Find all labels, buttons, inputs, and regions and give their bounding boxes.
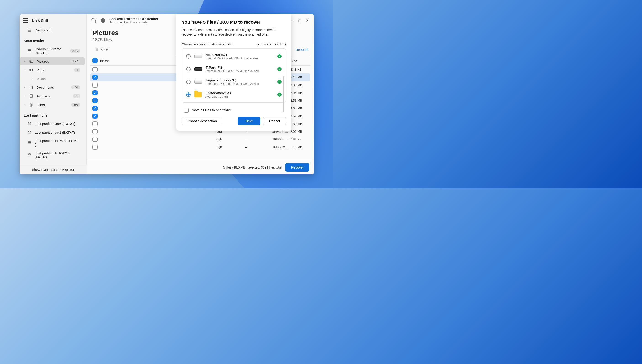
cell-size: 5.17 MB bbox=[290, 76, 308, 79]
sidebar-item-pictures[interactable]: › Pictures 1.9K bbox=[20, 57, 85, 66]
destination-radio[interactable] bbox=[186, 54, 191, 58]
reset-all-button[interactable]: Reset all bbox=[296, 48, 308, 52]
sidebar-label: Other bbox=[37, 103, 68, 107]
cell-date-modified: – bbox=[245, 138, 273, 141]
main-content: ✓ SanDisk Extreme PRO Reader Scan comple… bbox=[87, 14, 314, 174]
table-row[interactable]: High–JPEG Im...1.40 MB bbox=[90, 143, 310, 151]
destination-option[interactable]: E:\Recover-filesAvailable 390 GB bbox=[182, 88, 286, 101]
sidebar-item-audio[interactable]: ♪ Audio bbox=[20, 74, 85, 83]
chevron-right-icon: › bbox=[24, 60, 26, 63]
cell-size: 2.95 MB bbox=[290, 91, 308, 95]
row-checkbox[interactable] bbox=[93, 137, 98, 142]
sidebar-item-dashboard[interactable]: Dashboard bbox=[20, 26, 85, 34]
choose-folder-label: Choose recovery destination folder bbox=[182, 42, 233, 46]
sidebar-item-video[interactable]: › Video 1 bbox=[20, 66, 85, 74]
destination-desc: Internal 97.6 GB disk • 38.4 GB availabl… bbox=[206, 82, 274, 86]
svg-rect-7 bbox=[29, 31, 30, 32]
save-one-folder-label: Save all files to one folder bbox=[192, 108, 231, 112]
sidebar-item-device[interactable]: SanDisk Extreme PRO R... 3.4K bbox=[20, 45, 85, 57]
check-ok-icon bbox=[278, 54, 282, 58]
row-checkbox[interactable] bbox=[93, 67, 98, 72]
cell-type: JPEG Im... bbox=[273, 138, 290, 141]
destination-radio[interactable] bbox=[186, 67, 191, 72]
destination-radio[interactable] bbox=[186, 80, 191, 84]
sidebar-item-lost-partition[interactable]: Lost partition NEW VOLUME (... bbox=[20, 137, 85, 149]
cell-size: 3.85 MB bbox=[290, 83, 308, 87]
drive-icon bbox=[194, 80, 202, 84]
choose-destination-button[interactable]: Choose destination bbox=[182, 117, 223, 125]
cell-date-modified: – bbox=[245, 145, 273, 149]
sidebar-item-lost-partition[interactable]: Lost partition art1 (EXFAT) bbox=[20, 128, 85, 136]
device-title: SanDisk Extreme PRO Reader bbox=[109, 17, 182, 21]
devices-available-label: (5 devices available) bbox=[256, 42, 286, 46]
sidebar-item-archives[interactable]: › Archives 72 bbox=[20, 92, 85, 100]
save-one-folder-checkbox[interactable] bbox=[184, 108, 189, 113]
cell-size: 7.88 KB bbox=[290, 138, 308, 141]
sidebar-label: Dashboard bbox=[35, 28, 80, 32]
svg-rect-6 bbox=[28, 31, 29, 32]
svg-rect-3 bbox=[28, 30, 29, 30]
table-row[interactable]: High–JPEG Im...7.88 KB bbox=[90, 136, 310, 143]
cell-size: 1.89 MB bbox=[290, 122, 308, 126]
cancel-button[interactable]: Cancel bbox=[263, 117, 286, 125]
row-checkbox[interactable] bbox=[93, 98, 98, 103]
sidebar-item-other[interactable]: › Other 895 bbox=[20, 100, 85, 109]
sidebar-item-lost-partition[interactable]: Lost partition Joel (EXFAT) bbox=[20, 120, 85, 128]
sidebar-item-lost-partition[interactable]: Lost partition PHOTOS (FAT32) bbox=[20, 149, 85, 161]
destination-desc: Internal 857 GB disk • 390 GB available bbox=[206, 56, 274, 60]
file-icon bbox=[29, 103, 33, 107]
cell-size: 3.67 MB bbox=[290, 106, 308, 110]
drive-icon bbox=[27, 49, 32, 53]
destination-option[interactable]: Important files (G:)Internal 97.6 GB dis… bbox=[182, 76, 286, 88]
scrollbar[interactable] bbox=[283, 76, 284, 112]
svg-rect-4 bbox=[29, 30, 30, 30]
sidebar-item-documents[interactable]: › Documents 551 bbox=[20, 83, 85, 92]
sidebar-label: Archives bbox=[37, 94, 70, 98]
footer-bar: 5 files (18.0 MB) selected, 3394 files t… bbox=[87, 160, 314, 174]
destination-name: Important files (G:) bbox=[206, 78, 274, 82]
cell-size: 3.67 MB bbox=[290, 114, 308, 118]
drive-icon bbox=[27, 141, 32, 145]
row-checkbox[interactable] bbox=[93, 144, 98, 150]
svg-rect-17 bbox=[28, 142, 31, 144]
show-in-explorer-button[interactable]: Show scan results in Explorer bbox=[20, 165, 87, 174]
destination-name: MainPart (E:) bbox=[206, 53, 274, 56]
row-checkbox[interactable] bbox=[93, 75, 98, 80]
cell-size: 2.53 MB bbox=[290, 99, 308, 102]
destination-radio[interactable] bbox=[186, 92, 191, 97]
row-checkbox[interactable] bbox=[93, 121, 98, 126]
sidebar-label: Video bbox=[37, 68, 71, 72]
show-filter-button[interactable]: ☰Show bbox=[93, 46, 112, 53]
row-checkbox[interactable] bbox=[93, 106, 98, 111]
destination-option[interactable]: MainPart (E:)Internal 857 GB disk • 390 … bbox=[182, 50, 286, 63]
menu-icon[interactable] bbox=[23, 18, 28, 23]
check-ok-icon bbox=[278, 80, 282, 84]
folder-icon bbox=[194, 92, 202, 98]
row-checkbox[interactable] bbox=[93, 82, 98, 88]
svg-rect-15 bbox=[28, 124, 31, 125]
destination-option[interactable]: T-Part (F:)Internal 29.2 GB disk • 27.4 … bbox=[182, 63, 286, 76]
next-button[interactable]: Next bbox=[238, 117, 260, 125]
column-size[interactable]: Size bbox=[290, 59, 308, 63]
select-all-checkbox[interactable] bbox=[93, 58, 98, 63]
sidebar-label: Documents bbox=[37, 86, 68, 90]
home-icon[interactable] bbox=[90, 17, 97, 24]
row-checkbox[interactable] bbox=[93, 114, 98, 118]
destination-desc: Available 390 GB bbox=[205, 95, 274, 98]
chevron-right-icon: › bbox=[24, 68, 26, 72]
chevron-right-icon: › bbox=[24, 103, 26, 106]
cell-size: 2.00 MB bbox=[290, 130, 308, 134]
svg-rect-18 bbox=[28, 155, 31, 156]
modal-title: You have 5 files / 18.0 MB to recover bbox=[182, 20, 286, 25]
row-checkbox[interactable] bbox=[93, 90, 98, 95]
close-button[interactable]: ✕ bbox=[304, 17, 310, 24]
row-checkbox[interactable] bbox=[93, 129, 98, 134]
count-badge: 1.9K bbox=[70, 59, 80, 64]
cell-recovery-chances: High bbox=[215, 138, 245, 141]
cell-recovery-chances: High bbox=[215, 145, 245, 149]
app-title: Disk Drill bbox=[32, 18, 48, 22]
recover-button[interactable]: Recover bbox=[285, 163, 309, 172]
status-complete-icon: ✓ bbox=[101, 18, 105, 23]
maximize-button[interactable]: ▢ bbox=[296, 17, 303, 24]
video-icon bbox=[29, 68, 33, 72]
